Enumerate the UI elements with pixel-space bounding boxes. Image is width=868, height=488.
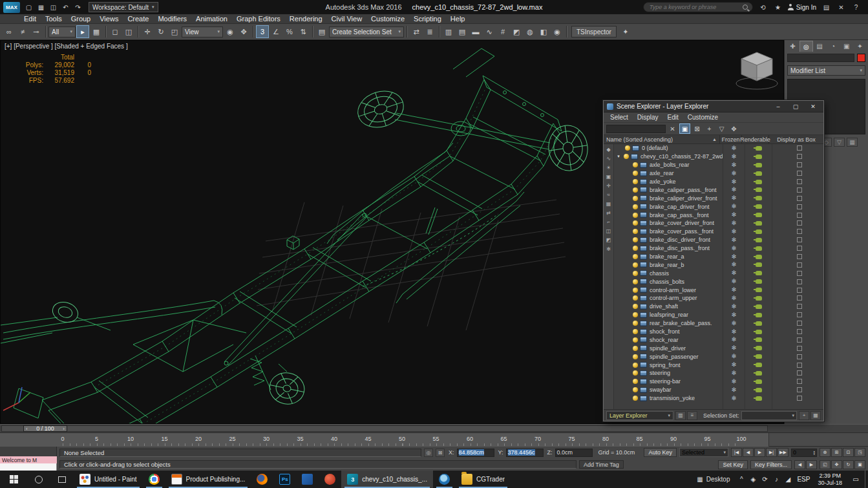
display-as-box-cell[interactable] <box>772 329 823 334</box>
maxscript-mini-listener[interactable]: Welcome to M <box>0 447 57 471</box>
expand-arrow-icon[interactable]: ▾ <box>615 154 622 159</box>
layer-visibility-icon[interactable] <box>633 229 638 234</box>
renderable-cell[interactable] <box>745 296 772 301</box>
layer-visibility-icon[interactable] <box>633 237 638 242</box>
layer-visibility-icon[interactable] <box>633 370 638 376</box>
renderable-cell[interactable] <box>745 337 772 342</box>
isolate-selection-icon[interactable]: ◎ <box>424 449 433 457</box>
renderable-cell[interactable] <box>745 187 772 192</box>
x-coordinate-field[interactable]: 84.858cm <box>457 449 494 457</box>
zoom-region-icon[interactable]: ◱ <box>820 460 831 469</box>
frozen-cell[interactable]: ✻ <box>723 312 745 318</box>
maxscript-pink-line[interactable]: Welcome to M <box>0 456 57 463</box>
renderable-icon[interactable] <box>756 330 762 334</box>
display-as-box-cell[interactable] <box>772 254 823 259</box>
select-and-move-icon[interactable]: ✛ <box>141 25 154 38</box>
renderable-cell[interactable] <box>745 271 772 275</box>
display-as-box-cell[interactable] <box>772 304 823 309</box>
display-as-box-icon[interactable] <box>797 154 802 159</box>
layer-row[interactable]: control-arm_lower✻ <box>614 286 823 294</box>
layer-visibility-icon[interactable] <box>633 354 638 359</box>
use-pivot-point-center-icon[interactable]: ◉ <box>224 25 237 38</box>
renderable-icon[interactable] <box>756 271 762 275</box>
renderable-icon[interactable] <box>756 221 762 226</box>
layer-mode-icon[interactable]: ▣ <box>679 123 690 134</box>
layer-visibility-icon[interactable] <box>633 337 638 343</box>
frozen-cell[interactable]: ✻ <box>723 295 745 301</box>
select-by-name-icon[interactable]: ▦ <box>90 25 103 38</box>
frame-spinner[interactable]: ▴▾ <box>813 450 815 455</box>
display-as-box-icon[interactable] <box>797 204 802 209</box>
filter-bones-icon[interactable]: ⌐ <box>604 218 613 226</box>
frozen-icon[interactable]: ✻ <box>732 154 737 160</box>
renderable-cell[interactable] <box>745 354 772 359</box>
menu-edit[interactable]: Edit <box>19 15 41 23</box>
frozen-icon[interactable]: ✻ <box>732 387 737 393</box>
display-as-box-icon[interactable] <box>797 304 802 309</box>
frozen-icon[interactable]: ✻ <box>732 187 737 193</box>
frozen-cell[interactable]: ✻ <box>723 321 745 326</box>
frozen-cell[interactable]: ✻ <box>723 204 745 209</box>
layer-row[interactable]: brake_rear_a✻ <box>614 253 823 261</box>
layer-row[interactable]: spring_front✻ <box>614 361 823 369</box>
layer-row[interactable]: brake_cover_pass._front✻ <box>614 228 823 236</box>
hierarchy-tab-icon[interactable]: ▤ <box>813 41 827 52</box>
object-name-field[interactable] <box>787 54 854 62</box>
previous-frame-button[interactable]: ◀ <box>743 448 754 457</box>
filter-xrefs-icon[interactable]: ⇄ <box>604 209 613 217</box>
display-as-box-cell[interactable] <box>772 396 823 401</box>
layer-visibility-icon[interactable] <box>633 288 638 293</box>
renderable-icon[interactable] <box>756 388 762 392</box>
frozen-cell[interactable]: ✻ <box>723 179 745 185</box>
display-as-box-cell[interactable] <box>772 246 823 251</box>
display-as-box-icon[interactable] <box>797 295 802 301</box>
frozen-cell[interactable]: ✻ <box>723 337 745 343</box>
display-as-box-cell[interactable] <box>772 179 823 184</box>
display-as-box-cell[interactable] <box>772 295 823 301</box>
layer-row[interactable]: axle_bolts_rear✻ <box>614 161 823 169</box>
next-frame-arrow-icon[interactable]: › <box>63 426 65 432</box>
taskbar-app-chrome[interactable] <box>143 471 165 488</box>
play-animation-button[interactable]: ▶ <box>754 448 765 457</box>
taskbar-app-3ds-max[interactable]: 3chevy_c10_chassis_... <box>341 471 433 488</box>
layer-visibility-icon[interactable] <box>633 162 638 167</box>
layer-row[interactable]: shock_rear✻ <box>614 335 823 344</box>
renderable-icon[interactable] <box>756 379 762 384</box>
menu-create[interactable]: Create <box>123 15 153 23</box>
layer-visibility-icon[interactable] <box>633 321 638 326</box>
display-as-box-icon[interactable] <box>797 162 802 167</box>
new-scene-explorer-icon[interactable]: ▥ <box>675 411 686 420</box>
frozen-icon[interactable]: ✻ <box>732 171 737 176</box>
select-and-link-icon[interactable]: ∞ <box>3 25 16 38</box>
open-file-icon[interactable]: ▦ <box>36 2 47 13</box>
renderable-icon[interactable] <box>756 180 762 184</box>
curve-editor-icon[interactable]: ∿ <box>483 25 496 38</box>
display-as-box-icon[interactable] <box>797 396 802 401</box>
display-as-box-icon[interactable] <box>797 354 802 359</box>
display-as-box-cell[interactable] <box>772 271 823 276</box>
tsinspector-button[interactable]: TSInspector <box>571 26 617 37</box>
menu-modifiers[interactable]: Modifiers <box>153 15 191 23</box>
select-and-manipulate-icon[interactable]: ✥ <box>237 25 250 38</box>
layer-visibility-icon[interactable] <box>633 304 638 309</box>
create-tab-icon[interactable]: ✚ <box>786 41 799 52</box>
frozen-icon[interactable]: ✻ <box>732 179 737 185</box>
frozen-cell[interactable]: ✻ <box>723 304 745 310</box>
frozen-cell[interactable]: ✻ <box>723 246 745 251</box>
frozen-cell[interactable]: ✻ <box>723 345 745 351</box>
frozen-icon[interactable]: ✻ <box>732 304 737 310</box>
renderable-icon[interactable] <box>756 262 762 267</box>
application-menu-button[interactable]: MAX <box>3 2 20 13</box>
snaps-toggle-3d-icon[interactable]: 3 <box>256 25 269 38</box>
renderable-icon[interactable] <box>756 313 762 317</box>
frozen-icon[interactable]: ✻ <box>732 362 737 368</box>
display-as-box-cell[interactable] <box>772 220 823 226</box>
frozen-icon[interactable]: ✻ <box>732 162 737 168</box>
renderable-icon[interactable] <box>756 163 762 167</box>
menu-customize[interactable]: Customize <box>366 15 409 23</box>
rectangular-selection-region-icon[interactable]: ◻ <box>109 25 122 38</box>
renderable-cell[interactable] <box>745 279 772 284</box>
renderable-cell[interactable] <box>745 180 772 184</box>
layer-row[interactable]: 0 (default)✻ <box>614 144 823 153</box>
maxscript-white-line[interactable] <box>0 463 57 471</box>
